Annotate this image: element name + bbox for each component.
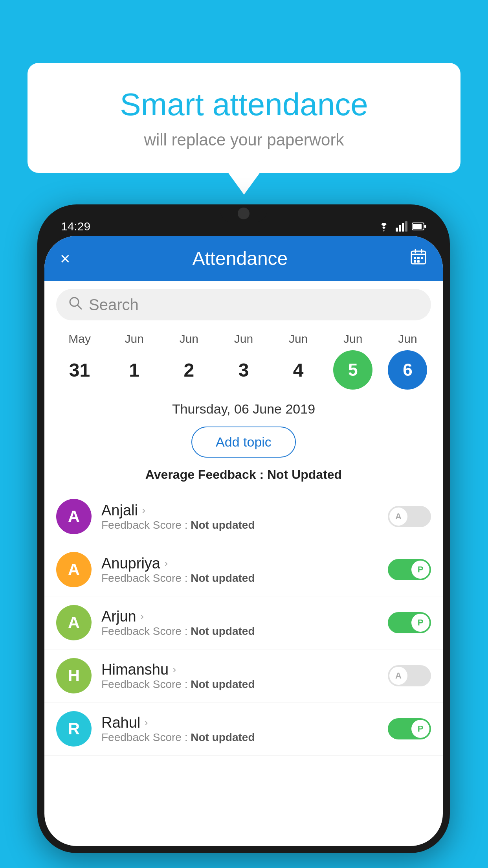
selected-date-label: Thursday, 06 June 2019 xyxy=(44,397,443,421)
student-feedback: Feedback Score : Not updated xyxy=(101,678,378,691)
search-placeholder: Search xyxy=(89,296,139,314)
student-avatar: A xyxy=(56,499,92,534)
date-month: Jun xyxy=(343,332,362,346)
date-item[interactable]: Jun4 xyxy=(277,332,320,390)
speech-bubble-subtitle: will replace your paperwork xyxy=(59,131,429,149)
app-header: × Attendance xyxy=(44,236,443,281)
svg-rect-15 xyxy=(417,260,420,263)
date-item[interactable]: Jun6 xyxy=(386,332,429,390)
student-avatar: H xyxy=(56,658,92,693)
svg-rect-3 xyxy=(405,221,407,232)
front-camera xyxy=(238,208,250,219)
toggle-knob: P xyxy=(411,614,429,632)
date-item[interactable]: Jun1 xyxy=(113,332,156,390)
date-month: May xyxy=(68,332,91,346)
student-name: Anjali › xyxy=(101,502,378,519)
student-list: AAnjali ›Feedback Score : Not updatedAAA… xyxy=(44,490,443,756)
feedback-value: Not updated xyxy=(191,519,255,531)
student-feedback: Feedback Score : Not updated xyxy=(101,519,378,531)
attendance-toggle[interactable]: A xyxy=(388,665,431,686)
status-time: 14:29 xyxy=(61,220,90,233)
svg-rect-14 xyxy=(414,260,416,263)
student-avatar: R xyxy=(56,711,92,747)
date-item[interactable]: Jun2 xyxy=(167,332,211,390)
toggle-present[interactable]: P xyxy=(388,718,431,739)
attendance-toggle[interactable]: P xyxy=(388,612,431,633)
student-info: Himanshu ›Feedback Score : Not updated xyxy=(101,661,378,691)
date-number: 1 xyxy=(115,350,154,390)
header-title: Attendance xyxy=(192,248,288,269)
date-month: Jun xyxy=(125,332,144,346)
status-icons xyxy=(377,221,426,232)
battery-icon xyxy=(412,222,426,231)
student-info: Anjali ›Feedback Score : Not updated xyxy=(101,502,378,531)
date-number: 3 xyxy=(224,350,263,390)
toggle-absent[interactable]: A xyxy=(388,665,431,686)
svg-rect-6 xyxy=(424,225,426,228)
speech-bubble-tail xyxy=(228,173,260,195)
student-name: Himanshu › xyxy=(101,661,378,678)
student-item[interactable]: AArjun ›Feedback Score : Not updatedP xyxy=(44,596,443,649)
svg-rect-12 xyxy=(417,257,420,259)
phone-frame: 14:29 xyxy=(37,204,450,853)
speech-bubble-wrapper: Smart attendance will replace your paper… xyxy=(28,63,460,195)
toggle-knob: A xyxy=(389,508,407,526)
feedback-value: Not updated xyxy=(191,572,255,584)
student-info: Arjun ›Feedback Score : Not updated xyxy=(101,608,378,638)
student-avatar: A xyxy=(56,552,92,587)
speech-bubble: Smart attendance will replace your paper… xyxy=(28,63,460,173)
date-picker: May31Jun1Jun2Jun3Jun4Jun5Jun6 xyxy=(44,328,443,397)
toggle-knob: P xyxy=(411,561,429,579)
close-button[interactable]: × xyxy=(60,249,70,268)
student-feedback: Feedback Score : Not updated xyxy=(101,572,378,585)
date-number: 31 xyxy=(60,350,99,390)
date-number: 4 xyxy=(279,350,318,390)
svg-rect-5 xyxy=(413,224,422,229)
feedback-value: Not updated xyxy=(191,678,255,690)
date-item[interactable]: May31 xyxy=(58,332,101,390)
phone-notch xyxy=(220,204,267,222)
toggle-present[interactable]: P xyxy=(388,612,431,633)
student-info: Rahul ›Feedback Score : Not updated xyxy=(101,714,378,744)
student-name: Rahul › xyxy=(101,714,378,731)
student-item[interactable]: AAnupriya ›Feedback Score : Not updatedP xyxy=(44,543,443,596)
speech-bubble-title: Smart attendance xyxy=(59,86,429,123)
wifi-icon xyxy=(377,221,391,232)
svg-rect-1 xyxy=(399,225,401,232)
date-item[interactable]: Jun5 xyxy=(331,332,374,390)
calendar-icon[interactable] xyxy=(410,248,427,269)
phone-screen: × Attendance xyxy=(44,236,443,846)
toggle-knob: A xyxy=(389,667,407,685)
date-month: Jun xyxy=(289,332,308,346)
date-item[interactable]: Jun3 xyxy=(222,332,265,390)
student-feedback: Feedback Score : Not updated xyxy=(101,625,378,638)
attendance-toggle[interactable]: A xyxy=(388,506,431,527)
date-number: 2 xyxy=(169,350,209,390)
chevron-icon: › xyxy=(140,610,144,623)
svg-rect-11 xyxy=(414,257,416,259)
svg-line-17 xyxy=(77,305,81,309)
chevron-icon: › xyxy=(142,504,145,517)
chevron-icon: › xyxy=(144,716,148,729)
svg-rect-2 xyxy=(402,223,404,232)
search-bar[interactable]: Search xyxy=(56,289,431,320)
attendance-toggle[interactable]: P xyxy=(388,718,431,739)
attendance-toggle[interactable]: P xyxy=(388,559,431,580)
student-item[interactable]: AAnjali ›Feedback Score : Not updatedA xyxy=(44,490,443,543)
student-item[interactable]: HHimanshu ›Feedback Score : Not updatedA xyxy=(44,649,443,702)
student-feedback: Feedback Score : Not updated xyxy=(101,731,378,744)
student-item[interactable]: RRahul ›Feedback Score : Not updatedP xyxy=(44,702,443,756)
feedback-value: Not updated xyxy=(191,625,255,637)
toggle-absent[interactable]: A xyxy=(388,506,431,527)
signal-icon xyxy=(396,221,407,232)
student-avatar: A xyxy=(56,605,92,640)
toggle-present[interactable]: P xyxy=(388,559,431,580)
student-name: Anupriya › xyxy=(101,555,378,572)
date-month: Jun xyxy=(398,332,417,346)
date-number: 6 xyxy=(388,350,427,390)
add-topic-button[interactable]: Add topic xyxy=(191,427,296,458)
date-month: Jun xyxy=(234,332,253,346)
avg-feedback: Average Feedback : Not Updated xyxy=(44,463,443,490)
toggle-knob: P xyxy=(411,720,429,738)
student-info: Anupriya ›Feedback Score : Not updated xyxy=(101,555,378,585)
